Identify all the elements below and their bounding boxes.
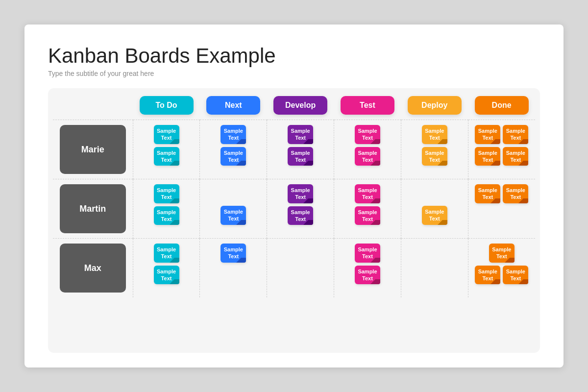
kanban-card[interactable]: Sample Text (154, 147, 179, 166)
header-todo: To Do (133, 96, 200, 120)
header-test: Test (334, 96, 401, 120)
kanban-card[interactable]: Sample Text (288, 125, 313, 144)
person-martin: Martin (53, 179, 133, 239)
slide-subtitle: Type the subtitle of your great here (48, 70, 540, 77)
person-label-martin: Martin (60, 184, 126, 233)
kanban-card[interactable]: Sample Text (288, 184, 313, 203)
kanban-card[interactable]: Sample Text (355, 147, 380, 166)
cell-max-test: Sample TextSample Text (334, 239, 401, 298)
cell-marie-deploy: Sample TextSample Text (401, 120, 468, 179)
kanban-card[interactable]: Sample Text (355, 125, 380, 144)
header-done: Done (468, 96, 535, 120)
kanban-card[interactable]: Sample Text (503, 125, 528, 144)
kanban-card[interactable]: Sample Text (422, 125, 447, 144)
cell-max-done: Sample TextSample TextSample Text (468, 239, 535, 298)
kanban-card[interactable]: Sample Text (154, 184, 179, 203)
kanban-card[interactable]: Sample Text (422, 206, 447, 225)
slide: Kanban Boards Example Type the subtitle … (24, 24, 564, 368)
kanban-card[interactable]: Sample Text (475, 147, 500, 166)
header-develop: Develop (267, 96, 334, 120)
cell-max-todo: Sample TextSample Text (133, 239, 200, 298)
slide-title: Kanban Boards Example (48, 44, 540, 68)
header-next: Next (200, 96, 267, 120)
kanban-card[interactable]: Sample Text (489, 244, 514, 263)
kanban-card[interactable]: Sample Text (475, 266, 500, 285)
header-deploy: Deploy (401, 96, 468, 120)
cell-martin-test: Sample TextSample Text (334, 179, 401, 239)
kanban-card[interactable]: Sample Text (154, 125, 179, 144)
kanban-card[interactable]: Sample Text (220, 206, 246, 225)
person-max: Max (53, 239, 133, 298)
kanban-card[interactable]: Sample Text (220, 244, 246, 263)
kanban-board: To DoNextDevelopTestDeployDone MarieSamp… (53, 96, 535, 297)
header-name-col (53, 96, 133, 120)
cell-marie-done: Sample TextSample TextSample TextSample … (468, 120, 535, 179)
cell-marie-test: Sample TextSample Text (334, 120, 401, 179)
kanban-card[interactable]: Sample Text (355, 184, 380, 203)
kanban-card[interactable]: Sample Text (154, 244, 179, 263)
cell-martin-done: Sample TextSample Text (468, 179, 535, 239)
cell-marie-todo: Sample TextSample Text (133, 120, 200, 179)
person-label-marie: Marie (60, 125, 126, 174)
cell-martin-next: Sample Text (200, 179, 267, 239)
kanban-card[interactable]: Sample Text (154, 266, 179, 285)
kanban-card[interactable]: Sample Text (288, 147, 313, 166)
kanban-card[interactable]: Sample Text (154, 206, 179, 225)
kanban-card[interactable]: Sample Text (288, 206, 313, 225)
kanban-card[interactable]: Sample Text (503, 266, 528, 285)
person-label-max: Max (60, 244, 126, 293)
kanban-card[interactable]: Sample Text (355, 266, 380, 285)
cell-martin-todo: Sample TextSample Text (133, 179, 200, 239)
board-container: To DoNextDevelopTestDeployDone MarieSamp… (48, 88, 540, 353)
cell-max-next: Sample Text (200, 239, 267, 298)
kanban-card[interactable]: Sample Text (220, 147, 246, 166)
cell-martin-develop: Sample TextSample Text (267, 179, 334, 239)
kanban-card[interactable]: Sample Text (355, 206, 380, 225)
person-marie: Marie (53, 120, 133, 179)
kanban-card[interactable]: Sample Text (475, 184, 500, 203)
cell-max-deploy (401, 239, 468, 298)
kanban-card[interactable]: Sample Text (475, 125, 500, 144)
kanban-card[interactable]: Sample Text (503, 184, 528, 203)
cell-marie-next: Sample TextSample Text (200, 120, 267, 179)
kanban-card[interactable]: Sample Text (355, 244, 380, 263)
kanban-card[interactable]: Sample Text (503, 147, 528, 166)
kanban-card[interactable]: Sample Text (422, 147, 447, 166)
kanban-card[interactable]: Sample Text (220, 125, 246, 144)
cell-marie-develop: Sample TextSample Text (267, 120, 334, 179)
cell-max-develop (267, 239, 334, 298)
cell-martin-deploy: Sample Text (401, 179, 468, 239)
